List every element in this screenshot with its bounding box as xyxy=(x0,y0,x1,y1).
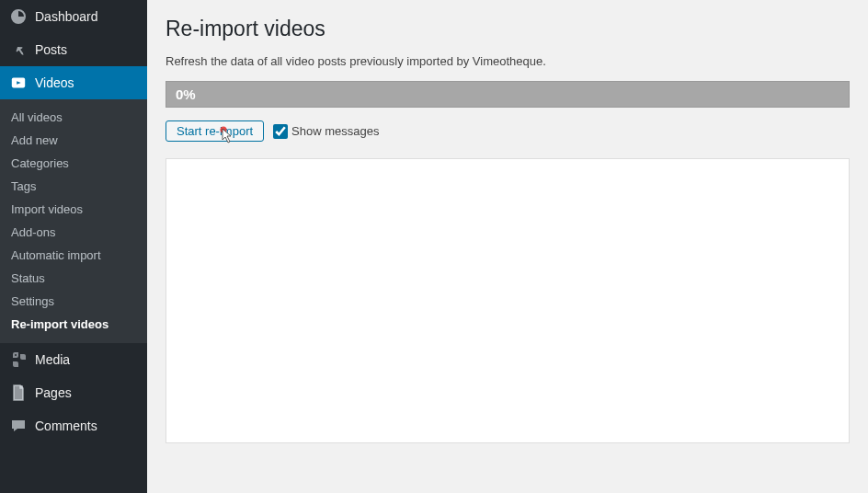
start-reimport-button[interactable]: Start re-import xyxy=(166,120,264,142)
menu-videos[interactable]: Videos xyxy=(0,66,147,99)
menu-label: Dashboard xyxy=(35,9,98,24)
submenu-status[interactable]: Status xyxy=(0,267,147,290)
pin-icon xyxy=(9,40,28,59)
submenu-add-ons[interactable]: Add-ons xyxy=(0,221,147,244)
page-description: Refresh the data of all video posts prev… xyxy=(166,54,850,68)
cursor-indicator xyxy=(218,125,234,142)
videos-submenu: All videos Add new Categories Tags Impor… xyxy=(0,99,147,343)
svg-rect-2 xyxy=(14,385,23,400)
show-messages-checkbox[interactable] xyxy=(273,124,288,139)
submenu-reimport-videos[interactable]: Re-import videos xyxy=(0,313,147,336)
submenu-settings[interactable]: Settings xyxy=(0,290,147,313)
menu-dashboard[interactable]: Dashboard xyxy=(0,0,147,33)
submenu-import-videos[interactable]: Import videos xyxy=(0,198,147,221)
menu-label: Media xyxy=(35,352,70,367)
media-icon xyxy=(9,350,28,369)
show-messages-wrap[interactable]: Show messages xyxy=(273,124,379,139)
video-icon xyxy=(9,74,28,92)
dashboard-icon xyxy=(9,7,28,26)
submenu-automatic-import[interactable]: Automatic import xyxy=(0,244,147,267)
submenu-categories[interactable]: Categories xyxy=(0,152,147,175)
svg-point-3 xyxy=(221,127,227,133)
show-messages-label: Show messages xyxy=(291,124,379,138)
comments-icon xyxy=(9,417,28,435)
menu-label: Pages xyxy=(35,385,72,400)
menu-posts[interactable]: Posts xyxy=(0,33,147,66)
pages-icon xyxy=(9,384,28,402)
controls-row: Start re-import Show messages xyxy=(166,120,850,142)
main-content: Re-import videos Refresh the data of all… xyxy=(147,0,868,493)
svg-point-1 xyxy=(15,354,17,356)
menu-label: Posts xyxy=(35,42,67,57)
menu-pages[interactable]: Pages xyxy=(0,376,147,409)
log-output[interactable] xyxy=(166,158,850,443)
page-title: Re-import videos xyxy=(166,17,850,41)
submenu-add-new[interactable]: Add new xyxy=(0,129,147,152)
menu-comments[interactable]: Comments xyxy=(0,409,147,442)
menu-label: Comments xyxy=(35,418,97,433)
menu-media[interactable]: Media xyxy=(0,343,147,376)
progress-bar: 0% xyxy=(166,81,850,108)
admin-sidebar: Dashboard Posts Videos All videos Add ne… xyxy=(0,0,147,493)
submenu-tags[interactable]: Tags xyxy=(0,175,147,198)
menu-label: Videos xyxy=(35,75,74,90)
progress-value: 0% xyxy=(176,86,196,102)
submenu-all-videos[interactable]: All videos xyxy=(0,106,147,129)
